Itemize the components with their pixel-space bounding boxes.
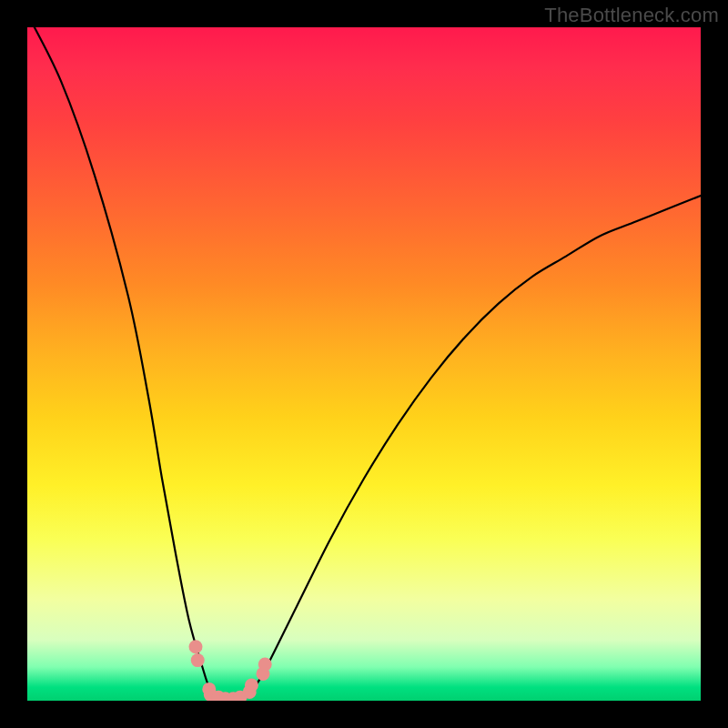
chart-plot-area <box>27 27 701 701</box>
bottleneck-curve-line <box>27 27 701 700</box>
highlight-marker <box>258 658 272 672</box>
highlight-marker <box>189 640 203 653</box>
watermark-text: TheBottleneck.com <box>544 4 719 27</box>
highlight-marker <box>191 653 205 667</box>
chart-svg <box>27 27 701 701</box>
highlight-marker <box>245 678 258 692</box>
highlight-markers <box>189 640 272 701</box>
